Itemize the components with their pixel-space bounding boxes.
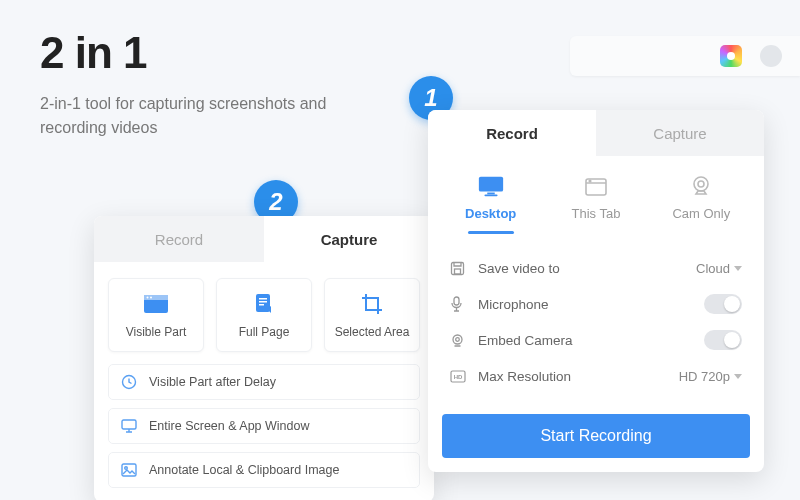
svg-rect-21 bbox=[454, 297, 459, 305]
item-label: Entire Screen & App Window bbox=[149, 419, 310, 433]
setting-embed-camera: Embed Camera bbox=[450, 322, 742, 358]
tab-record[interactable]: Record bbox=[428, 110, 596, 156]
svg-point-3 bbox=[150, 297, 152, 299]
tab-record[interactable]: Record bbox=[94, 216, 264, 262]
card-full-page[interactable]: Full Page bbox=[216, 278, 312, 352]
tab-capture[interactable]: Capture bbox=[596, 110, 764, 156]
tab-capture[interactable]: Capture bbox=[264, 216, 434, 262]
svg-point-17 bbox=[694, 177, 708, 191]
chevron-down-icon bbox=[734, 266, 742, 271]
card-label: Selected Area bbox=[335, 325, 410, 339]
svg-rect-6 bbox=[259, 301, 267, 303]
setting-value[interactable]: Cloud bbox=[696, 261, 742, 276]
item-annotate-image[interactable]: Annotate Local & Clipboard Image bbox=[108, 452, 420, 488]
chevron-down-icon bbox=[734, 374, 742, 379]
window-icon bbox=[143, 291, 169, 317]
setting-save-to[interactable]: Save video to Cloud bbox=[450, 250, 742, 286]
mode-cam-only[interactable]: Cam Only bbox=[649, 174, 754, 234]
mode-label: This Tab bbox=[572, 206, 621, 221]
svg-point-23 bbox=[456, 337, 460, 341]
tab-icon bbox=[582, 174, 610, 198]
clock-icon bbox=[121, 374, 139, 390]
svg-rect-5 bbox=[259, 298, 267, 300]
save-icon bbox=[450, 261, 468, 276]
mode-label: Desktop bbox=[465, 206, 516, 221]
embed-camera-toggle[interactable] bbox=[704, 330, 742, 350]
setting-label: Microphone bbox=[478, 297, 694, 312]
hero: 2 in 1 2-in-1 tool for capturing screens… bbox=[40, 28, 340, 140]
mode-label: Cam Only bbox=[672, 206, 730, 221]
profile-avatar[interactable] bbox=[760, 45, 782, 67]
setting-value[interactable]: HD 720p bbox=[679, 369, 742, 384]
svg-rect-10 bbox=[122, 464, 136, 476]
extension-icon[interactable] bbox=[720, 45, 742, 67]
svg-point-11 bbox=[125, 467, 128, 470]
svg-point-22 bbox=[453, 335, 462, 344]
capture-panel-tabs: Record Capture bbox=[94, 216, 434, 262]
camera-icon bbox=[450, 333, 468, 348]
microphone-icon bbox=[450, 296, 468, 312]
svg-point-2 bbox=[147, 297, 149, 299]
webcam-icon bbox=[687, 174, 715, 198]
setting-max-resolution[interactable]: HD Max Resolution HD 720p bbox=[450, 358, 742, 394]
record-panel-tabs: Record Capture bbox=[428, 110, 764, 156]
item-label: Annotate Local & Clipboard Image bbox=[149, 463, 339, 477]
svg-point-16 bbox=[589, 180, 591, 182]
setting-microphone: Microphone bbox=[450, 286, 742, 322]
hd-icon: HD bbox=[450, 370, 468, 383]
image-icon bbox=[121, 463, 139, 477]
microphone-toggle[interactable] bbox=[704, 294, 742, 314]
svg-rect-20 bbox=[455, 269, 461, 274]
record-panel: Record Capture Desktop This Tab Cam Only bbox=[428, 110, 764, 472]
svg-rect-13 bbox=[487, 193, 494, 195]
browser-toolbar bbox=[570, 36, 800, 76]
mode-desktop[interactable]: Desktop bbox=[438, 174, 543, 234]
card-selected-area[interactable]: Selected Area bbox=[324, 278, 420, 352]
page-icon bbox=[253, 291, 275, 317]
item-label: Visible Part after Delay bbox=[149, 375, 276, 389]
card-label: Visible Part bbox=[126, 325, 186, 339]
hero-title: 2 in 1 bbox=[40, 28, 340, 78]
monitor-icon bbox=[121, 419, 139, 433]
svg-text:HD: HD bbox=[454, 374, 463, 380]
svg-rect-14 bbox=[484, 194, 497, 196]
card-visible-part[interactable]: Visible Part bbox=[108, 278, 204, 352]
crop-icon bbox=[360, 291, 384, 317]
svg-rect-12 bbox=[479, 177, 503, 192]
mode-this-tab[interactable]: This Tab bbox=[543, 174, 648, 234]
svg-rect-7 bbox=[259, 304, 264, 306]
item-entire-screen[interactable]: Entire Screen & App Window bbox=[108, 408, 420, 444]
hero-subtitle: 2-in-1 tool for capturing screenshots an… bbox=[40, 92, 340, 140]
setting-label: Max Resolution bbox=[478, 369, 669, 384]
capture-panel: Record Capture Visible Part Full Page Se… bbox=[94, 216, 434, 500]
start-recording-button[interactable]: Start Recording bbox=[442, 414, 750, 458]
desktop-icon bbox=[477, 174, 505, 198]
card-label: Full Page bbox=[239, 325, 290, 339]
svg-point-18 bbox=[698, 181, 704, 187]
setting-label: Embed Camera bbox=[478, 333, 694, 348]
svg-rect-9 bbox=[122, 420, 136, 429]
item-visible-part-delay[interactable]: Visible Part after Delay bbox=[108, 364, 420, 400]
setting-label: Save video to bbox=[478, 261, 686, 276]
